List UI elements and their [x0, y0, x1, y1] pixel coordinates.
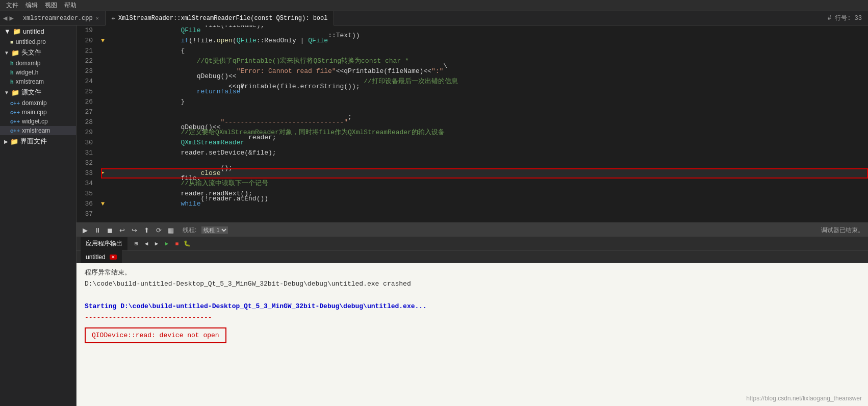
code-line-25: return false;: [101, 87, 868, 97]
main-layout: ▼ 📁 untitled ■ untitled.pro ▼ 📁 头文件 h do…: [0, 26, 868, 406]
debug-btn-stepout[interactable]: ⬆: [142, 225, 151, 235]
code-line-28: qDebug()<<"-----------------------------…: [101, 117, 868, 128]
sidebar-item-xmlstream-cpp[interactable]: c++ xmlstream: [0, 126, 76, 135]
cpp-icon-4: c++: [10, 128, 20, 134]
output-subtab-bar: untitled ✕: [76, 251, 868, 263]
output-subtab-label: untitled: [86, 253, 106, 261]
debug-btn-restart[interactable]: ⟳: [154, 225, 163, 235]
tab-bar: ◀ ▶ xmlstreamreader.cpp ✕ ✏ XmlStreamRea…: [0, 11, 868, 26]
line-arrow-32: [101, 158, 109, 168]
h-icon-3: h: [10, 79, 14, 85]
source-name-1: domxmlp: [22, 99, 47, 107]
menu-view[interactable]: 视图: [43, 1, 59, 10]
debug-btn-stepin[interactable]: ↪: [130, 225, 139, 235]
output-subtab-untitled[interactable]: untitled ✕: [81, 250, 122, 264]
project-name: untitled: [23, 28, 44, 35]
sidebar-item-main-cpp[interactable]: c++ main.cpp: [0, 108, 76, 117]
code-line-33: ➤ file.close();: [101, 168, 868, 179]
line-arrow-29: [101, 128, 109, 138]
sidebar-headers-section[interactable]: ▼ 📁 头文件: [0, 46, 76, 59]
code-line-24: <<qPrintable(file.errorString()); //打印设备…: [101, 77, 868, 87]
cpp-icon-1: c++: [10, 100, 20, 106]
menu-help[interactable]: 帮助: [62, 1, 79, 10]
debug-toolbar: ▶ ⏸ ◼ ↩ ↪ ⬆ ⟳ ▦ 线程: 线程 1 调试器已结束。: [76, 223, 868, 237]
sidebar-item-widget-cpp[interactable]: c++ widget.cp: [0, 117, 76, 126]
top-menubar: 文件 编辑 视图 帮助: [0, 0, 868, 11]
line-arrow-30: [101, 138, 109, 148]
source-name-3: widget.cp: [22, 118, 48, 125]
sidebar-item-widget-h[interactable]: h widget.h: [0, 68, 76, 77]
code-line-29: //定义要给QXmlStreamReader对象，同时将file作为QXmlSt…: [101, 128, 868, 138]
line-arrow-23: [101, 66, 109, 77]
cpp-icon-3: c++: [10, 118, 20, 124]
line-arrow-35: [101, 189, 109, 199]
line-arrow-19: [101, 26, 109, 36]
line-arrow-28: [101, 117, 109, 128]
forms-icon: 📁: [10, 138, 18, 145]
output-icons-bar: ⊞ ◀ ▶ ▶ ◼ 🐛: [132, 239, 192, 248]
output-icon-debug[interactable]: 🐛: [183, 239, 192, 248]
nav-arrows: ◀ ▶: [0, 14, 17, 22]
project-icon: 📁: [13, 28, 21, 35]
forms-arrow: ▶: [4, 139, 8, 144]
h-icon-2: h: [10, 69, 14, 75]
tab-line-info: # 行号: 33: [828, 14, 868, 22]
sidebar-project-title[interactable]: ▼ 📁 untitled: [0, 26, 76, 37]
output-content[interactable]: 程序异常结束。 D:\code\build-untitled-Desktop_Q…: [76, 263, 868, 406]
sidebar-item-domxmlp-cpp[interactable]: c++ domxmlp: [0, 98, 76, 108]
output-line-blank: [85, 290, 860, 301]
menu-edit[interactable]: 编辑: [23, 1, 40, 10]
tab-close-1[interactable]: ✕: [96, 15, 99, 21]
code-line-36: ▼ while(!reader.atEnd()): [101, 199, 868, 209]
sources-arrow: ▼: [4, 90, 9, 95]
output-icon-clear[interactable]: ⊞: [132, 239, 141, 248]
menu-file[interactable]: 文件: [4, 1, 20, 10]
thread-select[interactable]: 线程 1: [201, 226, 228, 234]
line-arrow-24: [101, 77, 109, 87]
output-icon-back[interactable]: ◀: [142, 239, 151, 248]
code-editor[interactable]: 19 20 21 22 23 24 25 26 27 28 29 30 31 3…: [76, 26, 868, 222]
output-tab-label: 应用程序输出: [86, 239, 122, 248]
debug-btn-stop[interactable]: ◼: [105, 225, 114, 235]
sources-icon: 📁: [11, 89, 19, 96]
sidebar-forms-section[interactable]: ▶ 📁 界面文件: [0, 135, 76, 147]
bottom-panel: ▶ ⏸ ◼ ↩ ↪ ⬆ ⟳ ▦ 线程: 线程 1 调试器已结束。: [76, 222, 868, 406]
sidebar-item-xmlstream-h[interactable]: h xmlstream: [0, 77, 76, 86]
watermark: https://blog.csdn.net/lixlaogang_theansw…: [746, 395, 862, 402]
code-line-26: }: [101, 97, 868, 107]
output-line-1: 程序异常结束。: [85, 267, 860, 278]
sidebar-sources-section[interactable]: ▼ 📁 源文件: [0, 86, 76, 98]
pro-file-name: untitled.pro: [16, 38, 46, 45]
tab-xmlstreamreaderfile[interactable]: ✏ XmlStreamReader::xmlStreamReaderFile(c…: [106, 11, 335, 26]
code-content[interactable]: QFile file(fileName); ▼ if(!file.open(QF…: [97, 26, 868, 222]
code-line-20: ▼ if(!file.open(QFile::ReadOnly | QFile:…: [101, 36, 868, 46]
output-tab-app[interactable]: 应用程序输出: [81, 237, 127, 250]
code-editor-area: 19 20 21 22 23 24 25 26 27 28 29 30 31 3…: [76, 26, 868, 222]
thread-label: 线程:: [183, 226, 196, 235]
sidebar-item-pro[interactable]: ■ untitled.pro: [0, 37, 76, 46]
tab-label-1: xmlstreamreader.cpp: [23, 15, 93, 22]
output-line-dashes: --------------------------------: [85, 312, 860, 323]
sidebar-item-domxmlp-h[interactable]: h domxmlp: [0, 59, 76, 68]
tab-label-2: XmlStreamReader::xmlStreamReaderFile(con…: [118, 15, 327, 22]
output-error-badge: ✕: [110, 255, 117, 260]
output-icon-run[interactable]: ▶: [162, 239, 171, 248]
output-icon-forward[interactable]: ▶: [152, 239, 161, 248]
output-error-box-container: QIODevice::read: device not open: [85, 325, 860, 343]
debug-btn-run[interactable]: ▶: [81, 225, 90, 235]
nav-back[interactable]: ◀: [3, 14, 7, 22]
debug-btn-stepover[interactable]: ↩: [117, 225, 126, 235]
line-arrow-26: [101, 97, 109, 107]
tab-xmlstreamreader-cpp[interactable]: xmlstreamreader.cpp ✕: [17, 11, 106, 26]
header-name-3: xmlstream: [16, 78, 44, 85]
nav-forward[interactable]: ▶: [9, 14, 13, 22]
debug-btn-breakpoint[interactable]: ▦: [166, 225, 175, 235]
line-arrow-34: [101, 179, 109, 189]
headers-arrow: ▼: [4, 50, 9, 56]
h-icon-1: h: [10, 60, 14, 66]
output-error-box: QIODevice::read: device not open: [85, 327, 226, 343]
debug-btn-pause[interactable]: ⏸: [93, 225, 102, 235]
project-arrow: ▼: [4, 28, 11, 35]
output-icon-stop[interactable]: ◼: [172, 239, 182, 248]
output-line-starting: Starting D:\code\build-untitled-Desktop_…: [85, 301, 860, 312]
